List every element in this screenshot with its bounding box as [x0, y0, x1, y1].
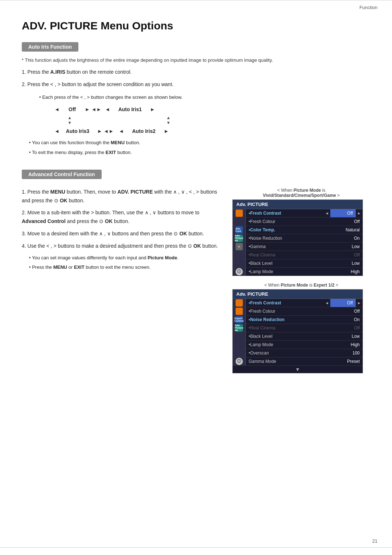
panel1-sidebar-2	[233, 218, 246, 226]
panel2-arrows-l1: ◄	[323, 299, 330, 307]
panel1-sidebar-8: ⓘ	[233, 268, 246, 276]
panel2-label-noise: •Noise Reduction	[246, 316, 337, 324]
left-col: 1. Press the MENU button. Then, move to …	[22, 188, 221, 380]
panel1-icon-8: ⓘ	[236, 268, 243, 275]
adv-bullet-2: Press the MENU or EXIT button to exit th…	[29, 264, 221, 271]
panel1-value-black-level: Low	[337, 259, 363, 267]
adv-step-4: 4. Use the < , > buttons to make a desir…	[22, 242, 221, 251]
label-off: Off	[63, 106, 81, 112]
panel2-title: Adv. PICTURE	[233, 289, 363, 299]
panel1-value-fresh-contrast: Off	[330, 209, 356, 217]
panel1-value-color-temp: Natural	[337, 226, 363, 234]
auto-iris-header: Auto Iris Function	[22, 42, 78, 52]
panel2-caption: < When Picture Mode is Expert 1/2 >	[232, 283, 370, 288]
panel2-value-noise: On	[337, 316, 363, 324]
bullet-menu: You can use this function through the ME…	[29, 139, 370, 147]
panel1-label-lamp-mode: •Lamp Mode	[246, 268, 337, 276]
page-footer: 21	[0, 535, 392, 548]
arrow-right-2: ►	[150, 106, 155, 112]
panel2-row-noise: Expert Control •Noise Reduction On	[233, 316, 363, 324]
header-label: Function	[359, 5, 377, 10]
panel2-value-overscan: 100	[337, 349, 363, 357]
panel2-row-fresh-colour: •Fresh Colour Off	[233, 307, 363, 316]
auto-iris-section: Auto Iris Function * This function adjus…	[22, 42, 370, 157]
panel2-label-lamp-mode: •Lamp Mode	[246, 341, 337, 349]
panel1-label-fresh-colour: •Fresh Colour	[246, 218, 337, 226]
right-col: < When Picture Mode is Vivid/Standard/Ci…	[232, 188, 370, 380]
panel1-row-gamma: ≡ •Gamma Low	[233, 243, 363, 251]
panel2-label-gamma-mode: Gamma Mode	[246, 357, 337, 365]
arrow-left-4: ◄	[119, 128, 124, 134]
arrow-right-4: ►	[164, 128, 169, 134]
panel1-row-real-cinema: •Real Cinema Off	[233, 251, 363, 259]
page-title: ADV. PICTURE Menu Options	[22, 20, 370, 32]
panel1-sidebar-4: Adv. Picture Re	[233, 234, 246, 242]
adv-bullet-1: You can set image values differently for…	[29, 254, 221, 262]
advanced-control-header: Advanced Control Function	[22, 170, 102, 179]
panel2-value-fresh-colour: Off	[337, 307, 363, 315]
step-1: 1. Press the A.IRIS button on the remote…	[22, 68, 370, 77]
double-arrow-2: ► ◄►	[97, 128, 114, 134]
advanced-control-section: Advanced Control Function 1. Press the M…	[22, 170, 370, 380]
panel2-sidebar-6	[233, 341, 246, 349]
panel1-value-real-cinema: Off	[337, 251, 363, 259]
panel1-caption: < When Picture Mode is Vivid/Standard/Ci…	[232, 188, 370, 198]
vert-down-1: ▼	[68, 120, 72, 125]
panel1-label-color-temp: •Color Temp.	[246, 226, 337, 234]
bullet-exit: To exit the menu display, press the EXIT…	[29, 149, 370, 157]
panel1-icon-3: Adv. Cont	[236, 226, 243, 234]
panel1-row-lamp-mode: ⓘ •Lamp Mode High	[233, 268, 363, 276]
panel2-row-black-level: •Black Level Low	[233, 332, 363, 341]
panel2-icon-2	[236, 308, 243, 315]
panel1: Adv. PICTURE •Fresh Contrast ◄ Off ►	[232, 199, 363, 276]
panel2-row-overscan: •Overscan 100	[233, 349, 363, 357]
panel1-row-color-temp: Adv. Cont •Color Temp. Natural	[233, 226, 363, 234]
panel2-label-fresh-colour: •Fresh Colour	[246, 307, 337, 315]
arrow-right-1: ► ◄►	[85, 106, 101, 112]
panel2-sidebar-7	[233, 349, 246, 357]
panel2-icon-8: ⓘ	[236, 358, 243, 365]
vert-up-2: ▲	[166, 115, 171, 120]
panel1-arrows-r1: ►	[356, 209, 363, 217]
iris-diagram: Each press of the < , > button changes t…	[33, 94, 370, 134]
scroll-down-indicator: ▼	[233, 366, 363, 373]
panel2-arrows-r1: ►	[356, 299, 363, 307]
panel1-label-fresh-contrast: •Fresh Contrast	[246, 209, 323, 217]
label-iris2: Auto Iris2	[127, 128, 160, 134]
panel2-sidebar-1	[233, 299, 246, 307]
panel1-row-noise: Adv. Picture Re •Noise Reduction On	[233, 234, 363, 243]
panel1-sidebar-5: ≡	[233, 243, 246, 251]
panel1-label-real-cinema: •Real Cinema	[246, 251, 337, 259]
panel1-value-fresh-colour: Off	[337, 218, 363, 226]
panel1-icon-4: Adv. Picture Re	[236, 235, 243, 242]
vert-up-1: ▲	[68, 115, 72, 120]
panel1-sidebar-6	[233, 251, 246, 259]
panel2-sidebar-4: Adv. Picture Re	[233, 324, 246, 332]
adv-step-2: 2. Move to a sub-item with the > button.…	[22, 208, 221, 226]
panel1-label-black-level: •Black Level	[246, 259, 337, 267]
iris-bullet: Each press of the < , > button changes t…	[39, 94, 370, 101]
panel1-icon-5: ≡	[236, 243, 243, 250]
step-2: 2. Press the < , > button to adjust the …	[22, 80, 370, 89]
panel1-value-gamma: Low	[337, 243, 363, 251]
arrow-left-2: ◄	[105, 106, 110, 112]
panel1-value-lamp-mode: High	[337, 268, 363, 276]
label-iris1: Auto Iris1	[114, 106, 146, 112]
panel2-row-lamp-mode: •Lamp Mode High	[233, 341, 363, 349]
adv-step-3: 3. Move to a desired item with the ∧ , ∨…	[22, 230, 221, 238]
auto-iris-note: * This function adjusts the brightness o…	[22, 57, 370, 64]
panel1-row-fresh-colour: •Fresh Colour Off	[233, 218, 363, 226]
panel1-value-noise: On	[337, 234, 363, 242]
panel2-row-fresh-contrast: •Fresh Contrast ◄ Off ►	[233, 299, 363, 307]
panel1-sidebar-1	[233, 209, 246, 217]
panel2-label-overscan: •Overscan	[246, 349, 337, 357]
panel2-row-gamma-mode: ⓘ Gamma Mode Preset	[233, 357, 363, 366]
panel2-value-real-cinema: Off	[337, 324, 363, 332]
panel1-sidebar-3: Adv. Cont	[233, 226, 246, 234]
panel1-arrows-1: ◄	[323, 209, 330, 217]
panel1-sidebar-7	[233, 259, 246, 267]
panel1-row-fresh-contrast: •Fresh Contrast ◄ Off ►	[233, 209, 363, 218]
page-header: Function	[0, 0, 392, 12]
vert-down-2: ▼	[166, 120, 171, 125]
arrow-left-3: ◄	[54, 128, 60, 134]
